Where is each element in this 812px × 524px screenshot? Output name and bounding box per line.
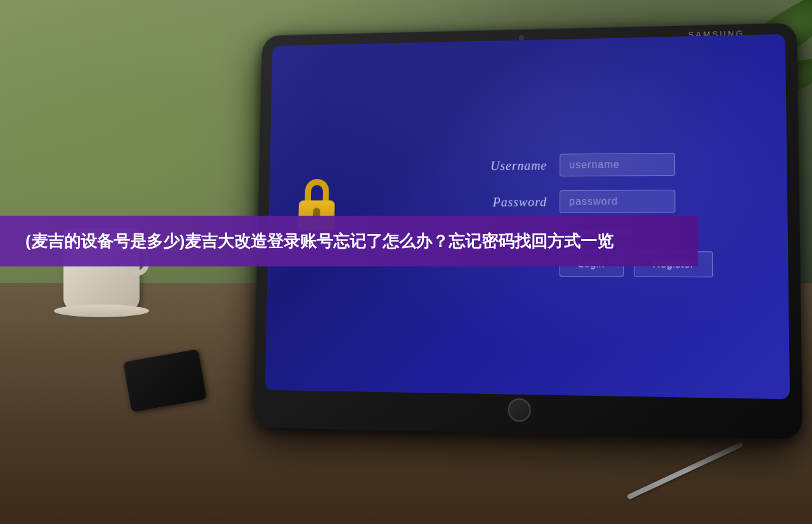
username-row: Username xyxy=(454,152,747,178)
password-input[interactable] xyxy=(560,190,675,213)
password-row: Password xyxy=(453,189,747,213)
username-label: Username xyxy=(454,158,547,173)
overlay-banner: (麦吉的设备号是多少)麦吉大改造登录账号忘记了怎么办？忘记密码找回方式一览 xyxy=(0,216,698,266)
password-label: Password xyxy=(453,195,547,209)
lock-shackle xyxy=(304,179,329,200)
home-button[interactable] xyxy=(508,398,530,422)
banner-text: (麦吉的设备号是多少)麦吉大改造登录账号忘记了怎么办？忘记密码找回方式一览 xyxy=(25,230,672,252)
cup-saucer xyxy=(54,305,149,317)
camera-dot xyxy=(519,35,524,40)
scene: SAMSUNG Username xyxy=(0,0,812,524)
username-input[interactable] xyxy=(560,153,675,177)
